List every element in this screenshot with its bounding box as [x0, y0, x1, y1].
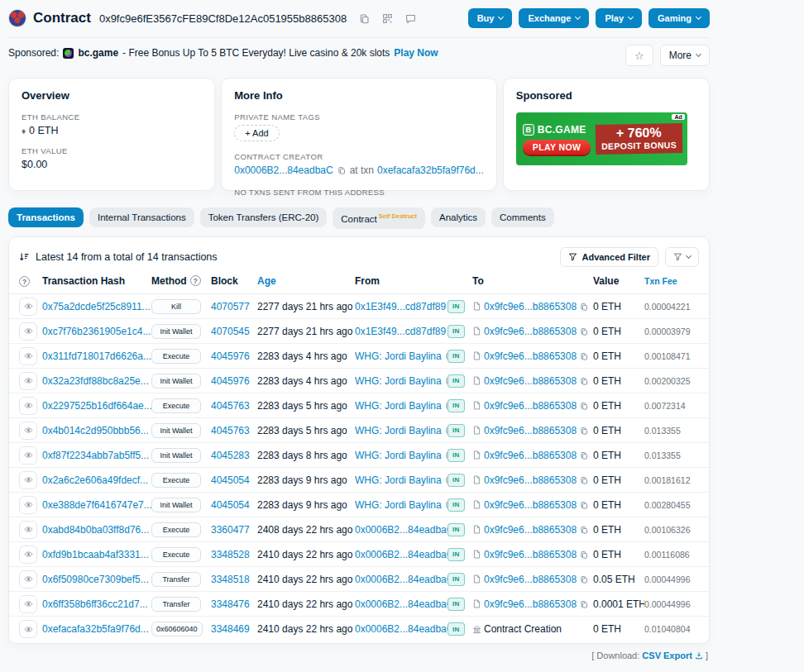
to-address-link[interactable]: 0x9fc9e6...b8865308: [484, 400, 577, 412]
block-link[interactable]: 4045763: [211, 425, 250, 436]
copy-icon[interactable]: [579, 402, 589, 410]
view-tx-preview-button[interactable]: [19, 496, 37, 514]
add-name-tag-button[interactable]: + Add: [234, 125, 279, 141]
copy-icon[interactable]: [579, 600, 589, 608]
tab-analytics[interactable]: Analytics: [431, 207, 486, 227]
to-address-link[interactable]: 0x9fc9e6...b8865308: [484, 425, 577, 436]
view-tx-preview-button[interactable]: [19, 446, 37, 465]
block-link[interactable]: 4045763: [211, 400, 250, 412]
view-tx-preview-button[interactable]: [19, 595, 37, 613]
tab-comments[interactable]: Comments: [491, 207, 554, 227]
from-address-link[interactable]: WHG: Jordi Baylina: [355, 499, 442, 511]
filter-dropdown-button[interactable]: [665, 247, 699, 267]
ad-play-now-button[interactable]: PLAY NOW: [523, 140, 591, 155]
col-age[interactable]: Age: [257, 275, 276, 287]
from-address-link[interactable]: 0x0006B2...84eadbaC: [355, 598, 447, 610]
tx-hash-link[interactable]: 0xe388de7f6416747e7...: [42, 499, 151, 511]
to-address-link[interactable]: 0x9fc9e6...b8865308: [484, 574, 577, 585]
copy-icon[interactable]: [579, 550, 589, 559]
view-tx-preview-button[interactable]: [19, 397, 37, 415]
view-tx-preview-button[interactable]: [19, 521, 37, 539]
tx-hash-link[interactable]: 0x4b014c2d950bbb56...: [42, 425, 149, 436]
advanced-filter-button[interactable]: Advanced Filter: [560, 247, 658, 267]
copy-icon[interactable]: [579, 427, 589, 435]
from-address-link[interactable]: 0x0006B2...84eadbaC: [355, 623, 447, 635]
copy-icon[interactable]: [579, 303, 589, 311]
buy-button[interactable]: Buy: [468, 8, 513, 28]
to-address-link[interactable]: 0x9fc9e6...b8865308: [484, 301, 577, 312]
to-address-link[interactable]: 0x9fc9e6...b8865308: [484, 375, 577, 387]
block-link[interactable]: 4070577: [211, 301, 250, 312]
question-icon[interactable]: ?: [19, 276, 30, 287]
copy-address-icon[interactable]: [359, 13, 370, 24]
gaming-button[interactable]: Gaming: [648, 8, 710, 28]
tx-hash-link[interactable]: 0x2297525b16df664ae...: [42, 400, 151, 412]
view-tx-preview-button[interactable]: [19, 298, 37, 316]
copy-icon[interactable]: [579, 526, 589, 534]
play-now-link[interactable]: Play Now: [394, 47, 438, 59]
copy-icon[interactable]: [579, 476, 589, 484]
copy-icon[interactable]: [337, 166, 347, 174]
copy-icon[interactable]: [579, 352, 589, 360]
view-tx-preview-button[interactable]: [19, 570, 37, 589]
block-link[interactable]: 4045054: [211, 474, 250, 486]
csv-export-link[interactable]: CSV Export: [642, 651, 703, 660]
from-address-link[interactable]: 0x0006B2...84eadbaC: [355, 524, 447, 536]
block-link[interactable]: 4070545: [211, 326, 250, 337]
block-link[interactable]: 4045283: [211, 450, 250, 461]
col-txn-fee[interactable]: Txn Fee: [644, 276, 677, 286]
qr-code-icon[interactable]: [382, 13, 393, 24]
from-address-link[interactable]: WHG: Jordi Baylina: [355, 400, 442, 412]
to-address-link[interactable]: 0x9fc9e6...b8865308: [484, 499, 577, 511]
tab-token-transfers[interactable]: Token Transfers (ERC-20): [200, 207, 328, 227]
question-icon[interactable]: ?: [190, 275, 201, 286]
ad-banner[interactable]: Ad BBC.GAME PLAY NOW + 760% DEPOSIT BONU…: [516, 112, 687, 165]
from-address-link[interactable]: 0x1E3f49...cd87df89: [355, 301, 446, 312]
to-address-link[interactable]: 0x9fc9e6...b8865308: [484, 598, 577, 610]
to-address-link[interactable]: 0x9fc9e6...b8865308: [484, 549, 577, 560]
view-tx-preview-button[interactable]: [19, 471, 37, 489]
from-address-link[interactable]: 0x0006B2...84eadbaC: [355, 574, 447, 585]
view-tx-preview-button[interactable]: [19, 422, 37, 440]
copy-icon[interactable]: [579, 575, 589, 584]
more-button[interactable]: More: [660, 45, 710, 66]
tx-hash-link[interactable]: 0x6f50980ce7309bef5...: [42, 574, 149, 585]
tx-hash-link[interactable]: 0x311fd718017d6626a...: [42, 350, 151, 362]
favorite-button[interactable]: ☆: [625, 45, 653, 66]
from-address-link[interactable]: 0x0006B2...84eadbaC: [355, 549, 447, 560]
block-link[interactable]: 4045976: [211, 350, 250, 362]
exchange-button[interactable]: Exchange: [519, 8, 589, 28]
to-address-link[interactable]: 0x9fc9e6...b8865308: [484, 450, 577, 461]
tx-hash-link[interactable]: 0x6ff358b6ff36cc21d7...: [42, 598, 148, 610]
play-button[interactable]: Play: [596, 8, 642, 28]
from-address-link[interactable]: WHG: Jordi Baylina: [355, 474, 442, 486]
copy-icon[interactable]: [579, 451, 589, 460]
to-address-link[interactable]: 0x9fc9e6...b8865308: [484, 524, 577, 536]
from-address-link[interactable]: WHG: Jordi Baylina: [355, 450, 442, 461]
view-tx-preview-button[interactable]: [19, 546, 37, 564]
tx-hash-link[interactable]: 0x2a6c2e606a49fdecf...: [42, 474, 148, 486]
to-address-link[interactable]: 0x9fc9e6...b8865308: [484, 474, 577, 486]
copy-icon[interactable]: [579, 501, 589, 509]
from-address-link[interactable]: WHG: Jordi Baylina: [355, 425, 442, 436]
block-link[interactable]: 4045976: [211, 375, 250, 387]
block-link[interactable]: 4045054: [211, 499, 250, 511]
to-address-link[interactable]: 0x9fc9e6...b8865308: [484, 350, 577, 362]
tab-internal-transactions[interactable]: Internal Transactions: [89, 207, 194, 227]
block-link[interactable]: 3348518: [211, 574, 250, 585]
view-tx-preview-button[interactable]: [19, 620, 37, 638]
tx-hash-link[interactable]: 0xefacafa32b5fa9f76d...: [42, 623, 149, 635]
copy-icon[interactable]: [579, 377, 589, 385]
creation-txn-link[interactable]: 0xefacafa32b5fa9f76d...: [377, 164, 484, 176]
comment-icon[interactable]: [405, 13, 416, 24]
view-tx-preview-button[interactable]: [19, 372, 37, 390]
creator-address-link[interactable]: 0x0006B2...84eadbaC: [234, 164, 333, 176]
tx-hash-link[interactable]: 0xabd84b0ba03ff8d76...: [42, 524, 149, 536]
block-link[interactable]: 3348469: [211, 623, 250, 635]
copy-icon[interactable]: [579, 327, 589, 336]
view-tx-preview-button[interactable]: [19, 322, 37, 341]
to-address-link[interactable]: 0x9fc9e6...b8865308: [484, 326, 577, 337]
tx-hash-link[interactable]: 0x75a2dcde5f25c8911...: [42, 301, 151, 312]
tab-transactions[interactable]: Transactions: [8, 207, 84, 227]
tx-hash-link[interactable]: 0xf87f2234abb7ab5ff5...: [42, 450, 149, 461]
